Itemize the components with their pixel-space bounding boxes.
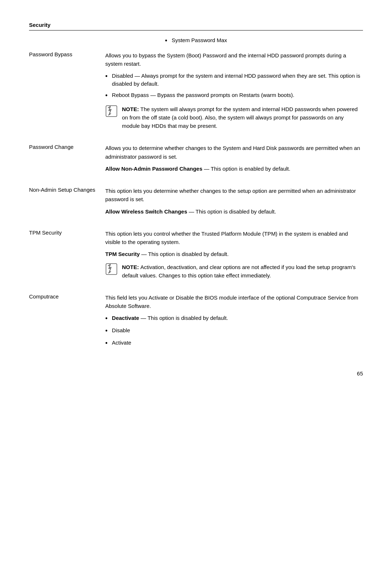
svg-rect-0 xyxy=(106,106,117,117)
bullet-item-activate: Activate xyxy=(105,339,363,348)
note-text-tpm: NOTE: Activation, deactivation, and clea… xyxy=(122,263,363,280)
bullet-item: Disabled — Always prompt for the system … xyxy=(105,72,363,88)
section-title: Security xyxy=(29,22,363,31)
entry-label-password-bypass: Password Bypass xyxy=(29,51,105,134)
password-bypass-bullets: Disabled — Always prompt for the system … xyxy=(105,72,363,101)
entry-password-bypass: Password Bypass Allows you to bypass the… xyxy=(29,51,363,134)
note-box-tpm: NOTE: Activation, deactivation, and clea… xyxy=(105,263,363,280)
entry-content-password-bypass: Allows you to bypass the System (Boot) P… xyxy=(105,51,363,134)
bold-line-non-admin: Allow Wireless Switch Changes — This opt… xyxy=(105,207,363,216)
entry-label-computrace: Computrace xyxy=(29,293,105,352)
bullet-item-disable: Disable xyxy=(105,326,363,336)
note-icon-tpm xyxy=(105,263,118,276)
entry-label-non-admin-setup: Non-Admin Setup Changes xyxy=(29,187,105,219)
top-bullet-item: System Password Max xyxy=(29,37,363,45)
entry-label-password-change: Password Change xyxy=(29,144,105,176)
entry-non-admin-setup: Non-Admin Setup Changes This option lets… xyxy=(29,187,363,219)
page-number: 65 xyxy=(357,370,363,377)
page: Security System Password Max Password By… xyxy=(0,0,392,391)
note-text-password-bypass: NOTE: The system will always prompt for … xyxy=(122,105,363,130)
entry-computrace: Computrace This field lets you Activate … xyxy=(29,293,363,352)
entry-content-computrace: This field lets you Activate or Disable … xyxy=(105,293,363,352)
bold-line-password-change: Allow Non-Admin Password Changes — This … xyxy=(105,164,363,173)
computrace-bullets: Deactivate — This option is disabled by … xyxy=(105,314,363,348)
bold-line-tpm: TPM Security — This option is disabled b… xyxy=(105,250,363,258)
entry-label-tpm-security: TPM Security xyxy=(29,229,105,283)
entry-password-change: Password Change Allows you to determine … xyxy=(29,144,363,176)
top-bullet-area: System Password Max xyxy=(29,37,363,45)
svg-rect-1 xyxy=(106,264,117,275)
note-box-password-bypass: NOTE: The system will always prompt for … xyxy=(105,105,363,130)
entry-content-password-change: Allows you to determine whether changes … xyxy=(105,144,363,176)
entry-content-non-admin-setup: This option lets you determine whether c… xyxy=(105,187,363,219)
entry-tpm-security: TPM Security This option lets you contro… xyxy=(29,229,363,283)
entry-content-tpm-security: This option lets you control whether the… xyxy=(105,229,363,283)
bullet-item-deactivate: Deactivate — This option is disabled by … xyxy=(105,314,363,324)
note-icon xyxy=(105,105,118,118)
bullet-item: Reboot Bypass — Bypass the password prom… xyxy=(105,91,363,101)
